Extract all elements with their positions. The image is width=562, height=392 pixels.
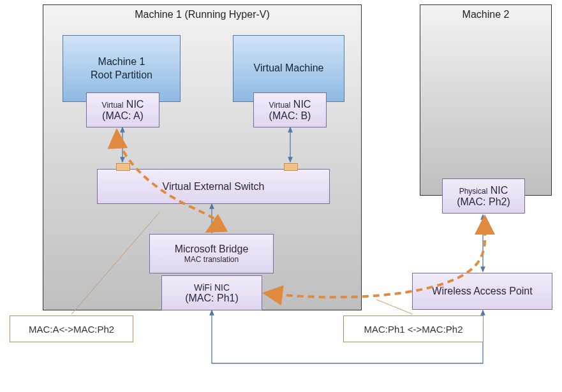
switch-tab-right — [284, 163, 298, 171]
nic-a-small: Virtual — [102, 101, 124, 110]
virtual-switch: Virtual External Switch — [97, 169, 330, 204]
nic-b-big: NIC — [293, 99, 311, 110]
root-line1: Machine 1 — [98, 55, 145, 69]
wap-label: Wireless Access Point — [432, 286, 532, 297]
bridge-label: Microsoft Bridge — [175, 243, 249, 255]
phys-mac: (MAC: Ph2) — [457, 196, 510, 208]
ptr-right-annot — [376, 300, 413, 314]
bridge-box: Microsoft Bridge MAC translation — [149, 234, 274, 273]
machine2-title: Machine 2 — [420, 9, 551, 20]
wifi-nic: WiFi NIC (MAC: Ph1) — [161, 275, 262, 310]
nic-a-big: NIC — [126, 99, 144, 110]
nic-b-small: Virtual — [269, 101, 291, 110]
virtual-nic-b: Virtual NIC (MAC: B) — [253, 92, 327, 127]
nic-a-mac: (MAC: A) — [102, 110, 144, 122]
annot-right: MAC:Ph1 <->MAC:Ph2 — [343, 316, 484, 342]
machine2-panel: Machine 2 — [420, 4, 552, 196]
nic-b-mac: (MAC: B) — [269, 110, 311, 122]
annot-left: MAC:A<->MAC:Ph2 — [10, 316, 133, 342]
switch-label: Virtual External Switch — [163, 181, 265, 192]
virtual-nic-a: Virtual NIC (MAC: A) — [86, 92, 159, 127]
switch-tab-left — [116, 163, 130, 171]
bridge-sub: MAC translation — [184, 255, 239, 264]
annot-right-text: MAC:Ph1 <->MAC:Ph2 — [364, 324, 462, 335]
root-line2: Root Partition — [91, 69, 152, 82]
physical-nic: Physical NIC (MAC: Ph2) — [442, 178, 525, 214]
machine1-title: Machine 1 (Running Hyper-V) — [43, 9, 361, 20]
annot-left-text: MAC:A<->MAC:Ph2 — [29, 324, 114, 335]
phys-small: Physical — [459, 187, 488, 196]
wifi-mac: (MAC: Ph1) — [185, 293, 239, 304]
phys-big: NIC — [491, 185, 508, 196]
wifi-label: WiFi NIC — [194, 282, 230, 293]
vm-label: Virtual Machine — [254, 62, 324, 75]
wap-box: Wireless Access Point — [412, 273, 552, 310]
